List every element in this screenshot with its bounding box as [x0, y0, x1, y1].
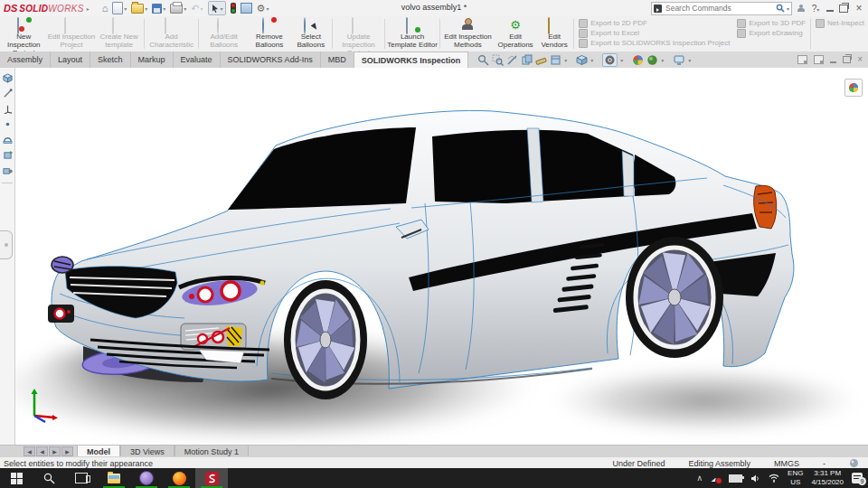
edit-operations-button[interactable]: ⚙ Edit Operations — [495, 16, 536, 52]
assembly-tree-icon[interactable] — [3, 73, 13, 83]
add-characteristic-button[interactable]: Add Characteristic — [146, 16, 197, 52]
view-settings-icon[interactable] — [673, 54, 685, 66]
torrent-app-button[interactable] — [130, 468, 163, 488]
tab-assembly[interactable]: Assembly — [0, 52, 51, 68]
units-selector[interactable]: MMGS — [774, 459, 799, 468]
tray-chevron-icon[interactable]: ∧ — [696, 474, 703, 483]
update-inspection-project-icon — [352, 18, 365, 32]
undo-button[interactable]: ↶▾ — [191, 4, 203, 14]
cascade-windows-icon[interactable] — [814, 55, 824, 64]
search-icon[interactable] — [776, 4, 785, 13]
launch-template-editor-button[interactable]: Launch Template Editor — [386, 16, 438, 52]
section-view-icon[interactable] — [506, 54, 518, 66]
measure-icon[interactable] — [535, 54, 547, 66]
insert-component-icon[interactable] — [3, 150, 13, 160]
net-inspect-button[interactable]: Net-Inspect — [816, 19, 864, 27]
status-tag-icon[interactable] — [849, 458, 859, 468]
options-table-icon[interactable] — [241, 3, 252, 14]
export-to-excel-button[interactable]: Export to Excel — [579, 29, 730, 37]
first-tab-arrow[interactable]: ◀ — [24, 446, 35, 456]
panel-collapse-handle[interactable] — [0, 230, 13, 259]
tab-solidworks-inspection[interactable]: SOLIDWORKS Inspection — [354, 52, 469, 68]
last-tab-arrow[interactable]: ▶ — [61, 446, 73, 456]
menu-expand-icon[interactable]: ▸ — [87, 5, 90, 12]
tab-markup[interactable]: Markup — [131, 52, 174, 68]
doc-close-button[interactable]: × — [857, 55, 863, 64]
motion-icon[interactable] — [3, 165, 13, 175]
edit-vendors-button[interactable]: Edit Vendors — [536, 16, 572, 52]
edit-inspection-methods-button[interactable]: Edit Inspection Methods — [441, 16, 495, 52]
wifi-icon[interactable] — [769, 474, 779, 483]
settings-button[interactable]: ⚙▾ — [257, 4, 269, 14]
volume-icon[interactable] — [750, 474, 760, 483]
next-tab-arrow[interactable]: ▶ — [49, 446, 61, 456]
login-icon[interactable] — [797, 5, 805, 12]
close-button[interactable]: × — [854, 2, 864, 14]
create-new-template-button[interactable]: Create New template — [95, 16, 143, 52]
display-style-button[interactable] — [602, 53, 618, 67]
display-pane-button[interactable] — [844, 79, 863, 97]
export-to-sw-inspection-button[interactable]: Export to SOLIDWORKS Inspection Project — [579, 39, 730, 47]
export-to-2d-pdf-button[interactable]: Export to 2D PDF — [579, 19, 730, 27]
taskbar-search-button[interactable] — [33, 468, 65, 488]
view-selector-icon[interactable] — [521, 54, 533, 66]
doc-minimize-button[interactable] — [830, 61, 836, 63]
graphics-viewport[interactable] — [0, 68, 868, 445]
task-view-button[interactable] — [65, 468, 98, 488]
edit-appearance-icon[interactable] — [632, 54, 644, 66]
mate-icon[interactable] — [3, 135, 13, 145]
tab-sketch[interactable]: Sketch — [90, 52, 131, 68]
new-document-button[interactable]: ▾ — [112, 2, 127, 14]
doc-restore-button[interactable] — [843, 56, 851, 63]
search-input[interactable] — [664, 3, 774, 14]
battery-icon[interactable] — [729, 474, 742, 483]
clock[interactable]: 3:31 PM4/15/2020 — [811, 469, 844, 486]
search-scope-icon[interactable] — [654, 5, 662, 13]
firefox-button[interactable] — [163, 468, 195, 488]
update-inspection-project-button[interactable]: Update Inspection Project — [334, 16, 384, 52]
new-window-icon[interactable] — [797, 55, 807, 64]
edit-inspection-project-button[interactable]: Edit Inspection Project — [48, 16, 96, 52]
add-edit-balloons-button[interactable]: Add/Edit Balloons — [200, 16, 248, 52]
open-button[interactable]: ▾ — [131, 4, 147, 14]
file-explorer-button[interactable] — [98, 468, 130, 488]
display-style-icon — [604, 54, 616, 66]
action-center-icon[interactable]: 9 — [852, 473, 863, 483]
assembly-visualization-icon[interactable] — [550, 54, 561, 66]
onedrive-error-icon[interactable]: ☁ — [711, 474, 721, 483]
apply-scene-icon[interactable] — [646, 54, 658, 66]
select-balloons-button[interactable]: Select Balloons — [291, 16, 331, 52]
minimize-button[interactable] — [826, 10, 834, 12]
home-button[interactable]: ⌂ — [102, 4, 108, 14]
remove-balloons-button[interactable]: Remove Balloons — [248, 16, 291, 52]
search-commands-box[interactable]: ▾ — [651, 2, 792, 15]
tab-evaluate[interactable]: Evaluate — [174, 52, 221, 68]
ribbon-toolbar: New Inspection Project Edit Inspection P… — [0, 16, 868, 52]
rear-wheel[interactable] — [626, 237, 723, 358]
rebuild-icon[interactable] — [231, 3, 236, 14]
sketch-icon[interactable] — [3, 89, 13, 99]
start-button[interactable] — [0, 468, 33, 488]
car-3d-model[interactable] — [0, 68, 868, 445]
tab-solidworks-addins[interactable]: SOLIDWORKS Add-Ins — [221, 52, 321, 68]
select-tool-button[interactable]: ▾ — [208, 1, 226, 15]
hide-show-items-icon[interactable] — [576, 54, 588, 66]
axes-icon[interactable] — [3, 104, 13, 114]
solidworks-taskbar-button[interactable] — [195, 468, 228, 488]
point-icon[interactable] — [3, 119, 13, 129]
tab-mbd[interactable]: MBD — [321, 52, 354, 68]
front-wheel[interactable] — [284, 280, 367, 399]
new-inspection-project-button[interactable]: New Inspection Project — [0, 16, 48, 52]
language-indicator[interactable]: ENGUS — [788, 469, 803, 486]
zoom-area-icon[interactable] — [492, 54, 504, 66]
export-to-3d-pdf-button[interactable]: Export to 3D PDF — [737, 19, 806, 27]
save-button[interactable]: ▾ — [152, 4, 165, 14]
zoom-fit-icon[interactable] — [477, 54, 489, 66]
export-edrawing-button[interactable]: Export eDrawing — [737, 29, 806, 37]
print-button[interactable]: ▾ — [170, 4, 186, 14]
restore-button[interactable] — [839, 5, 848, 13]
prev-tab-arrow[interactable]: ◀ — [36, 446, 48, 456]
help-button[interactable]: ?▾ — [810, 4, 821, 14]
custom-status[interactable]: - — [823, 459, 826, 468]
tab-layout[interactable]: Layout — [51, 52, 90, 68]
